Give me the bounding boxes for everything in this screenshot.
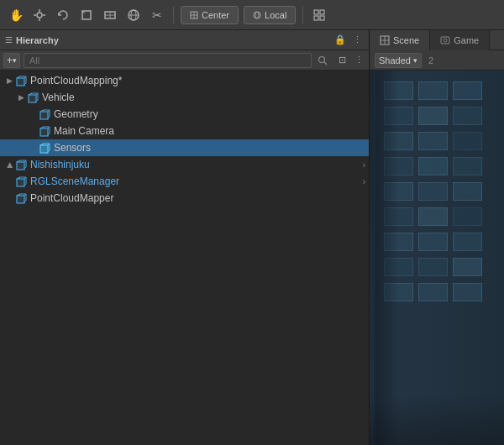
window-row-1	[384, 81, 497, 100]
local-label: Local	[265, 10, 286, 20]
shaded-label: Shaded	[379, 55, 411, 65]
search-more-icon[interactable]: ⋮	[352, 54, 365, 67]
more-options-icon[interactable]: ⋮	[350, 34, 364, 47]
svg-rect-24	[17, 78, 24, 86]
tree-view: ▶ PointCloudMapping* ▶	[0, 71, 369, 445]
svg-rect-42	[17, 179, 24, 186]
cube-icon-pointcloudmapping	[15, 75, 27, 86]
tree-label-main-camera: Main Camera	[54, 125, 114, 137]
center-button[interactable]: Center	[181, 6, 239, 24]
chevron-right-nishishinjuku: ›	[363, 160, 365, 170]
svg-rect-27	[29, 95, 36, 102]
tree-label-sensors: Sensors	[54, 142, 91, 154]
svg-point-17	[255, 12, 259, 18]
cube-icon-pointcloudmapper	[15, 192, 27, 204]
shaded-dropdown[interactable]: Shaded ▾	[375, 53, 422, 68]
tree-item-geometry[interactable]: Geometry	[0, 106, 369, 123]
tree-item-pointcloudmapper[interactable]: PointCloudMapper	[0, 190, 369, 207]
search-bar: + ▾ ⊡ ⋮	[0, 50, 369, 71]
window-row-9	[384, 283, 497, 301]
window-row-7	[384, 233, 497, 251]
tree-label-geometry: Geometry	[54, 108, 98, 120]
svg-rect-45	[17, 196, 24, 203]
tree-item-rglscenemanager[interactable]: RGLSceneManager ›	[0, 173, 369, 190]
tree-item-pointcloudmapping[interactable]: ▶ PointCloudMapping*	[0, 72, 369, 89]
hierarchy-header-icon: ☰	[5, 35, 13, 44]
tab-scene-label: Scene	[393, 35, 419, 45]
cube-icon-sensors	[39, 142, 50, 154]
hierarchy-header: ☰ Hierarchy 🔒 ⋮	[0, 30, 369, 50]
window-row-8	[384, 258, 497, 276]
svg-rect-18	[314, 10, 318, 14]
cube-icon-vehicle	[27, 92, 39, 103]
tree-item-main-camera[interactable]: Main Camera	[0, 123, 369, 139]
shaded-extra: 2	[428, 55, 433, 65]
toolbar-divider-2	[302, 7, 303, 24]
tree-item-sensors[interactable]: Sensors	[0, 139, 369, 156]
ground-shadow	[370, 395, 504, 445]
svg-rect-20	[314, 16, 318, 20]
shaded-bar: Shaded ▾ 2	[370, 50, 504, 71]
local-button[interactable]: Local	[244, 6, 296, 24]
tree-label-pointcloudmapper: PointCloudMapper	[30, 192, 113, 204]
svg-point-22	[319, 56, 325, 62]
hierarchy-panel: ☰ Hierarchy 🔒 ⋮ + ▾ ⊡ ⋮	[0, 30, 370, 445]
svg-rect-30	[40, 112, 48, 119]
tree-label-nishishinjuku: Nishishinjuku	[30, 159, 90, 170]
search-input[interactable]	[24, 53, 312, 68]
window-grid	[384, 75, 497, 445]
tree-label-vehicle: Vehicle	[42, 92, 75, 103]
window-row-2	[384, 107, 497, 125]
main-layout: ☰ Hierarchy 🔒 ⋮ + ▾ ⊡ ⋮	[0, 30, 504, 445]
search-icon[interactable]	[315, 53, 330, 68]
window-row-3	[384, 132, 497, 150]
tab-game[interactable]: Game	[430, 30, 490, 50]
tree-label-pointcloudmapping: PointCloudMapping*	[30, 75, 122, 86]
hierarchy-title: Hierarchy	[16, 35, 330, 45]
window-row-5	[384, 182, 497, 201]
rotate-tool-icon[interactable]	[54, 6, 72, 24]
window-row-4	[384, 157, 497, 175]
svg-point-52	[444, 39, 447, 42]
rglscenemanager-expand: ›	[363, 177, 365, 186]
globe-tool-icon[interactable]	[124, 6, 143, 24]
svg-point-16	[254, 12, 260, 18]
svg-line-23	[324, 62, 327, 65]
chevron-right-rglscenemanager: ›	[363, 177, 365, 186]
add-object-button[interactable]: + ▾	[3, 53, 20, 68]
search-expand-icon[interactable]: ⊡	[335, 54, 349, 67]
rect-tool-icon[interactable]	[101, 6, 119, 24]
building-edge-shadow	[374, 71, 399, 445]
hand-tool-icon[interactable]: ✋	[7, 6, 25, 24]
window-row-6	[384, 207, 497, 226]
tab-scene[interactable]: Scene	[370, 30, 430, 50]
shaded-dropdown-arrow: ▾	[413, 56, 417, 65]
svg-rect-51	[441, 37, 449, 44]
scale-tool-icon[interactable]	[77, 6, 96, 24]
tab-game-label: Game	[454, 35, 479, 45]
center-label: Center	[202, 10, 229, 20]
right-panel: Scene Game Shaded ▾ 2	[370, 30, 504, 445]
svg-point-0	[37, 13, 42, 18]
lock-icon[interactable]: 🔒	[333, 34, 347, 47]
svg-rect-36	[40, 145, 48, 153]
arrow-vehicle[interactable]: ▶	[15, 89, 27, 106]
arrow-nishishinjuku[interactable]: ▶	[1, 159, 18, 170]
layout-icon[interactable]	[310, 6, 328, 24]
arrow-pointcloudmapping[interactable]: ▶	[3, 72, 15, 89]
building-facade	[370, 71, 504, 445]
tree-item-nishishinjuku[interactable]: ▶ Nishishinjuku ›	[0, 156, 369, 173]
cube-icon-rglscenemanager	[15, 175, 27, 187]
toolbar-divider-1	[173, 7, 174, 24]
nishishinjuku-expand: ›	[363, 160, 365, 170]
cube-icon-main-camera	[39, 125, 50, 137]
scissors-tool-icon[interactable]: ✂	[148, 6, 166, 24]
svg-rect-19	[320, 10, 324, 14]
move-tool-icon[interactable]	[30, 6, 49, 24]
tree-item-vehicle[interactable]: ▶ Vehicle	[0, 89, 369, 106]
toolbar: ✋ ✂	[0, 0, 504, 30]
building-grid-container	[374, 71, 504, 445]
scene-viewport[interactable]	[370, 71, 504, 445]
panel-header-actions: 🔒 ⋮	[333, 34, 364, 47]
tree-label-rglscenemanager: RGLSceneManager	[30, 175, 119, 187]
